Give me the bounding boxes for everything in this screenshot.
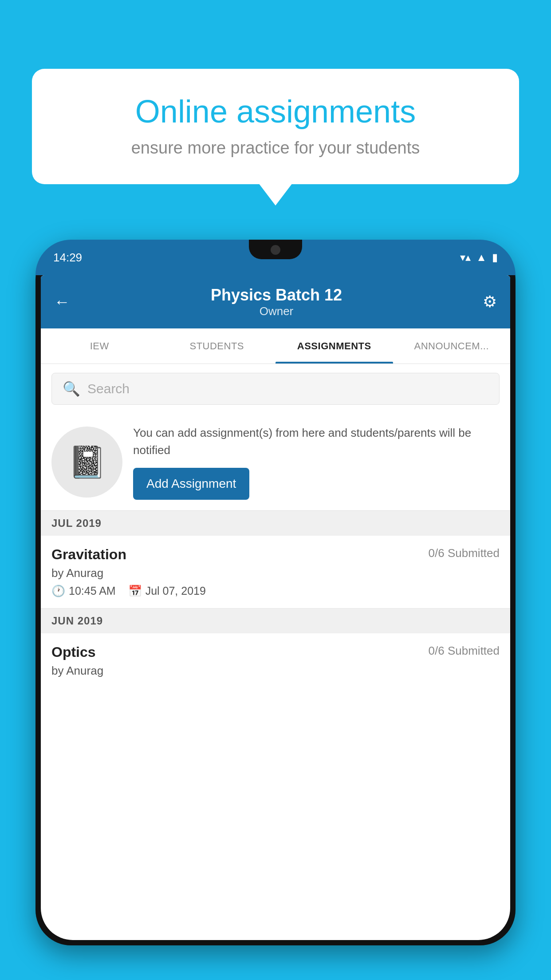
assignment-name: Gravitation [51, 546, 126, 563]
search-icon: 🔍 [63, 380, 80, 397]
optics-author: by Anurag [51, 664, 500, 678]
tab-announcements[interactable]: ANNOUNCEM... [393, 328, 511, 364]
status-icons: ▾▴ ▲ ▮ [460, 251, 498, 264]
settings-icon[interactable]: ⚙ [483, 292, 497, 311]
search-container: 🔍 Search [41, 364, 510, 414]
phone-screen: ← Physics Batch 12 Owner ⚙ IEW STUDENTS … [41, 275, 510, 940]
camera-notch [271, 245, 280, 255]
optics-row1: Optics 0/6 Submitted [51, 644, 500, 660]
assignment-meta: 🕐 10:45 AM 📅 Jul 07, 2019 [51, 585, 500, 597]
assignment-time: 10:45 AM [69, 585, 116, 597]
assignment-submitted: 0/6 Submitted [429, 546, 500, 560]
tab-assignments[interactable]: ASSIGNMENTS [276, 328, 393, 364]
promo-icon-circle: 📓 [51, 427, 122, 498]
speech-bubble-title: Online assignments [59, 93, 492, 130]
app-header: ← Physics Batch 12 Owner ⚙ [41, 275, 510, 328]
calendar-icon: 📅 [128, 585, 142, 597]
assignment-author: by Anurag [51, 566, 500, 580]
promo-description: You can add assignment(s) from here and … [133, 424, 500, 459]
wifi-icon: ▾▴ [460, 251, 471, 264]
add-assignment-button[interactable]: Add Assignment [133, 468, 249, 500]
clock-icon: 🕐 [51, 585, 65, 597]
batch-subtitle: Owner [211, 304, 342, 318]
tabs-bar: IEW STUDENTS ASSIGNMENTS ANNOUNCEM... [41, 328, 510, 364]
meta-time: 🕐 10:45 AM [51, 585, 116, 597]
back-button[interactable]: ← [54, 292, 70, 311]
batch-title: Physics Batch 12 [211, 286, 342, 304]
promo-card: 📓 You can add assignment(s) from here an… [41, 414, 510, 511]
phone-frame: 14:29 ▾▴ ▲ ▮ ← Physics Batch 12 Owner ⚙ [35, 240, 516, 945]
assignment-row1: Gravitation 0/6 Submitted [51, 546, 500, 563]
status-bar: 14:29 ▾▴ ▲ ▮ [35, 240, 516, 275]
search-placeholder: Search [87, 381, 130, 396]
section-header-jun: JUN 2019 [41, 609, 510, 633]
assignment-item-gravitation[interactable]: Gravitation 0/6 Submitted by Anurag 🕐 10… [41, 536, 510, 609]
speech-bubble: Online assignments ensure more practice … [32, 69, 519, 184]
phone-container: 14:29 ▾▴ ▲ ▮ ← Physics Batch 12 Owner ⚙ [35, 240, 516, 980]
tab-students[interactable]: STUDENTS [158, 328, 276, 364]
header-title-block: Physics Batch 12 Owner [211, 286, 342, 318]
promo-content: You can add assignment(s) from here and … [133, 424, 500, 500]
speech-bubble-subtitle: ensure more practice for your students [59, 138, 492, 158]
tab-iew[interactable]: IEW [41, 328, 158, 364]
assignment-date: Jul 07, 2019 [146, 585, 206, 597]
battery-icon: ▮ [492, 251, 498, 264]
section-header-jul: JUL 2019 [41, 511, 510, 536]
optics-submitted: 0/6 Submitted [429, 644, 500, 658]
phone-notch [249, 240, 302, 259]
search-bar[interactable]: 🔍 Search [51, 373, 500, 405]
speech-bubble-container: Online assignments ensure more practice … [32, 69, 519, 184]
meta-date: 📅 Jul 07, 2019 [128, 585, 206, 597]
status-time: 14:29 [53, 251, 82, 265]
assignment-item-optics[interactable]: Optics 0/6 Submitted by Anurag [41, 633, 510, 688]
signal-icon: ▲ [476, 251, 487, 264]
notebook-icon: 📓 [68, 444, 106, 480]
optics-name: Optics [51, 644, 96, 660]
